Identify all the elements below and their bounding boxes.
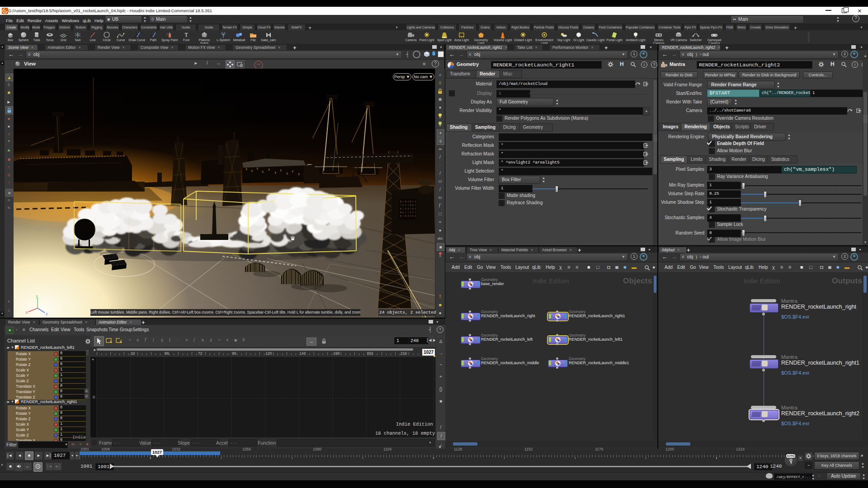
svg-text:z: z [46,312,48,316]
svg-text:y: y [36,294,38,298]
svg-text:x: x [26,310,28,314]
